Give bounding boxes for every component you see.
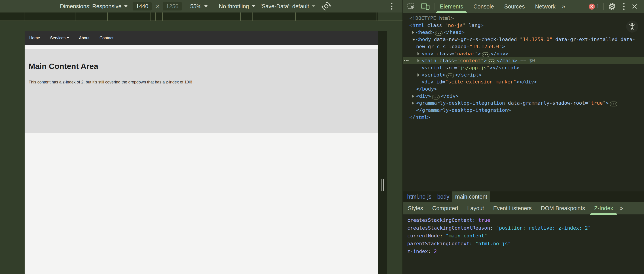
code-token: data-new-gr-c-s-check-loaded= — [434, 37, 520, 42]
tree-node[interactable]: <!DOCTYPE html> — [403, 15, 644, 22]
expand-arrow-icon[interactable] — [418, 52, 420, 55]
devtools-panel: ElementsConsoleSourcesNetwork » 1 — [402, 0, 644, 274]
zindex-property-row: createsStackingContext: true — [407, 216, 644, 224]
expand-arrow-icon[interactable] — [412, 102, 414, 105]
rotate-device-icon[interactable] — [321, 1, 332, 11]
page-nav-link-home[interactable]: Home — [29, 36, 40, 40]
viewport-width-input[interactable]: 1440 — [132, 2, 152, 10]
tree-node-selected[interactable]: <main class="content"></main> == $0 — [403, 57, 644, 64]
code-token: "14.1259.0" — [520, 37, 552, 42]
throttling-dropdown[interactable]: No throttling — [219, 3, 255, 9]
code-token: </script> — [455, 72, 482, 78]
code-token: > — [502, 44, 505, 49]
sidebar-tab-computed[interactable]: Computed — [432, 202, 458, 215]
code-token: "true" — [588, 100, 606, 106]
media-query-tick — [162, 12, 163, 20]
page-nav-link-contact[interactable]: Contact — [100, 36, 113, 40]
tree-node[interactable]: <grammarly-desktop-integration data-gram… — [403, 100, 644, 107]
code-token: > — [606, 100, 609, 106]
sidebar-tab-styles[interactable]: Styles — [408, 202, 423, 215]
sidebar-tab-z-index[interactable]: Z-Index — [594, 202, 613, 215]
code-token: <script — [422, 65, 445, 71]
code-token: > — [478, 51, 481, 56]
emulated-page: HomeServicesAboutContact Main Content Ar… — [24, 31, 378, 274]
media-query-tick — [155, 12, 156, 20]
elements-tree: <!DOCTYPE html><html class="no-js" lang>… — [403, 13, 644, 191]
z-index-panel: createsStackingContext: truecreatesStack… — [403, 214, 644, 274]
code-token: </grammarly-desktop-integration> — [416, 107, 511, 113]
collapse-arrow-icon[interactable] — [412, 39, 415, 41]
breadcrumb-body[interactable]: body — [434, 191, 452, 202]
devtools-tab-network[interactable]: Network — [535, 0, 556, 13]
sidebar-tab-layout[interactable]: Layout — [467, 202, 484, 215]
breadcrumb-main-content[interactable]: main.content — [452, 191, 490, 202]
save-data-dropdown[interactable]: 'Save-Data': default — [261, 3, 316, 9]
expand-arrow-icon[interactable] — [418, 59, 420, 62]
tree-node[interactable]: </html> — [403, 114, 644, 121]
zindex-property-row: createsStackingContextReason: "position:… — [407, 224, 644, 232]
code-token: <body — [416, 37, 434, 42]
page-nav-link-about[interactable]: About — [79, 36, 90, 40]
breadcrumb-html-no-js[interactable]: html.no-js — [404, 191, 434, 202]
zoom-dropdown[interactable]: 55% — [190, 3, 208, 9]
tab-bar-separator — [434, 3, 434, 10]
tree-node[interactable]: </grammarly-desktop-integration> — [403, 107, 644, 114]
more-sidebar-tabs-icon[interactable]: » — [620, 205, 622, 212]
tree-node[interactable]: new-gr-c-s-loaded="14.1259.0"> — [403, 43, 644, 50]
tree-node[interactable]: <nav class="navbar"></nav> — [403, 50, 644, 57]
tree-node[interactable]: <head></head> — [403, 29, 644, 36]
device-emulation-area: Dimensions: Responsive 1440 × 1256 55% N… — [0, 0, 402, 274]
code-token: </main> — [496, 58, 517, 63]
media-query-tick — [240, 12, 241, 20]
sidebar-tab-bar: StylesComputedLayoutEvent ListenersDOM B… — [403, 202, 644, 214]
code-token: <html — [410, 22, 427, 28]
media-query-tick — [76, 12, 76, 20]
code-token: data-grammarly-shadow-root= — [508, 100, 588, 106]
media-query-tick — [252, 12, 253, 20]
code-token: <div> — [416, 93, 431, 99]
expand-arrow-icon[interactable] — [412, 95, 414, 98]
zindex-property-row: parentStackingContext: "html.no-js" — [407, 240, 644, 248]
page-heading: Main Content Area — [28, 62, 374, 71]
collapsed-content-icon[interactable] — [446, 73, 454, 78]
error-badge[interactable]: 1 — [589, 3, 599, 9]
media-query-tick — [24, 12, 25, 20]
collapsed-content-icon[interactable] — [482, 52, 490, 57]
close-devtools-icon[interactable] — [632, 4, 637, 9]
viewport-resize-handle[interactable] — [382, 179, 384, 191]
tree-node[interactable]: </body> — [403, 85, 644, 93]
expand-arrow-icon[interactable] — [412, 31, 414, 34]
tree-node[interactable]: <html class="no-js" lang> — [403, 22, 644, 29]
tree-node[interactable]: <div id="scite-extension-marker"></div> — [403, 78, 644, 85]
more-tabs-icon[interactable]: » — [562, 3, 565, 10]
expand-arrow-icon[interactable] — [418, 73, 420, 77]
code-token: src= — [445, 65, 457, 71]
devtools-tab-sources[interactable]: Sources — [504, 0, 525, 13]
tree-node[interactable]: <body data-new-gr-c-s-check-loaded="14.1… — [403, 36, 644, 43]
code-token: new-gr-c-s-loaded= — [416, 44, 469, 49]
devtools-tab-console[interactable]: Console — [473, 0, 494, 13]
collapsed-content-icon[interactable] — [432, 95, 440, 100]
dimensions-caret-icon — [124, 5, 128, 7]
inspect-element-icon[interactable] — [407, 2, 415, 10]
node-options-icon[interactable] — [404, 60, 408, 61]
sidebar-tab-dom-breakpoints[interactable]: DOM Breakpoints — [541, 202, 585, 215]
page-nav-link-services[interactable]: Services — [50, 36, 69, 40]
tree-node[interactable]: <div></div> — [403, 93, 644, 100]
tree-node[interactable]: <script></script> — [403, 71, 644, 79]
collapsed-content-icon[interactable] — [610, 102, 618, 107]
devtools-tab-elements[interactable]: Elements — [440, 0, 464, 13]
settings-gear-icon[interactable] — [608, 2, 616, 11]
devtools-menu-icon[interactable] — [621, 2, 626, 10]
device-toolbar-menu-icon[interactable] — [389, 2, 394, 10]
dimensions-dropdown[interactable]: Dimensions: Responsive — [60, 3, 122, 9]
tree-node[interactable]: <script src="js/app.js"></script> — [403, 64, 644, 71]
collapsed-content-icon[interactable] — [488, 59, 495, 64]
viewport-height-input[interactable]: 1256 — [163, 2, 182, 10]
media-query-bar[interactable] — [0, 12, 378, 20]
collapsed-content-icon[interactable] — [435, 31, 442, 36]
toggle-device-toolbar-icon[interactable] — [420, 2, 430, 10]
sidebar-tab-event-listeners[interactable]: Event Listeners — [493, 202, 532, 215]
code-token: <main — [422, 58, 439, 63]
code-token: > — [480, 22, 484, 28]
